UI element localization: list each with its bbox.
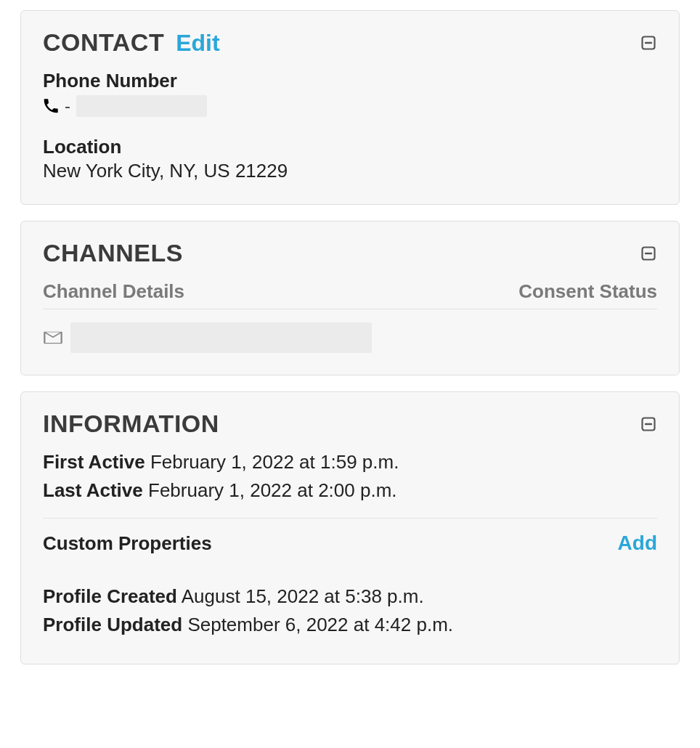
contact-title: CONTACT — [43, 28, 164, 57]
information-card: INFORMATION First Active February 1, 202… — [20, 391, 680, 664]
collapse-information-button[interactable] — [640, 415, 657, 433]
last-active-row: Last Active February 1, 2022 at 2:00 p.m… — [43, 479, 657, 502]
collapse-icon — [640, 245, 657, 262]
collapse-channels-button[interactable] — [640, 245, 657, 262]
profile-updated-label: Profile Updated — [43, 614, 182, 635]
channel-row — [43, 322, 657, 353]
first-active-row: First Active February 1, 2022 at 1:59 p.… — [43, 451, 657, 473]
location-value: New York City, NY, US 21229 — [43, 160, 657, 182]
last-active-value: February 1, 2022 at 2:00 p.m. — [148, 479, 397, 501]
collapse-icon — [640, 34, 657, 52]
phone-dash: - — [65, 96, 70, 116]
consent-status-col: Consent Status — [518, 280, 657, 303]
profile-created-label: Profile Created — [43, 585, 177, 607]
phone-label: Phone Number — [43, 70, 657, 92]
profile-updated-row: Profile Updated September 6, 2022 at 4:4… — [43, 614, 657, 636]
information-title: INFORMATION — [43, 410, 219, 438]
phone-row: - — [43, 95, 657, 117]
phone-value-redacted — [76, 95, 207, 117]
profile-updated-value: September 6, 2022 at 4:42 p.m. — [187, 614, 453, 635]
collapse-icon — [640, 415, 657, 433]
first-active-value: February 1, 2022 at 1:59 p.m. — [150, 451, 399, 473]
channels-card-header: CHANNELS — [43, 239, 657, 267]
last-active-label: Last Active — [43, 479, 143, 501]
edit-contact-link[interactable]: Edit — [176, 30, 219, 57]
custom-properties-label: Custom Properties — [43, 532, 212, 555]
profile-created-value: August 15, 2022 at 5:38 p.m. — [182, 585, 424, 607]
divider — [43, 518, 657, 519]
channels-title: CHANNELS — [43, 239, 183, 267]
collapse-contact-button[interactable] — [640, 34, 657, 52]
channel-email-redacted — [70, 322, 372, 353]
information-card-header: INFORMATION — [43, 410, 657, 438]
contact-card: CONTACT Edit Phone Number - Location New… — [20, 10, 680, 205]
contact-header-left: CONTACT Edit — [43, 28, 220, 57]
location-label: Location — [43, 136, 657, 158]
channels-card: CHANNELS Channel Details Consent Status — [20, 221, 680, 375]
channel-details-col: Channel Details — [43, 280, 184, 303]
channels-columns: Channel Details Consent Status — [43, 280, 657, 309]
custom-properties-row: Custom Properties Add — [43, 532, 657, 555]
profile-created-row: Profile Created August 15, 2022 at 5:38 … — [43, 585, 657, 608]
phone-icon — [43, 98, 59, 114]
add-custom-property-link[interactable]: Add — [618, 532, 657, 555]
first-active-label: First Active — [43, 451, 145, 473]
contact-card-header: CONTACT Edit — [43, 28, 657, 57]
mail-icon — [43, 328, 63, 348]
